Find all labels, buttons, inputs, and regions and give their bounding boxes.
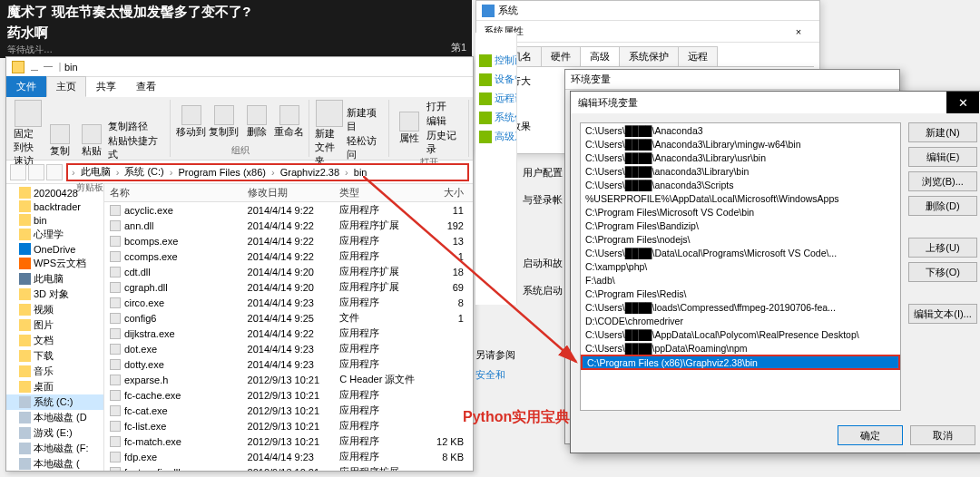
cp-sidebar-item[interactable]: 系统保 [475,108,516,127]
new-item-button[interactable]: 新建项目 [347,106,385,133]
copy-button[interactable]: 复制 [45,124,75,158]
history-button[interactable]: 历史记录 [426,129,465,156]
tab-home[interactable]: 主页 [46,76,86,97]
tab-share[interactable]: 共享 [86,76,126,97]
tree-item[interactable]: 本地磁盘 ( [6,456,103,471]
security-link[interactable]: 安全和 [475,365,515,385]
file-row[interactable]: dot.exe2014/4/14 9:23应用程序 [104,341,473,356]
move-to-button[interactable]: 移动到 [176,105,207,139]
delete-button[interactable]: 删除 [241,105,272,139]
path-entry[interactable]: C:\Program Files\Redis\ [581,287,900,300]
path-entry[interactable]: C:\Users\████\loads\Compressed\ffmpeg-20… [581,300,900,314]
copy-path-button[interactable]: 复制路径 [108,120,166,133]
path-entry[interactable]: C:\Users\████\Anaconda3 [581,123,900,137]
path-entry[interactable]: C:\Program Files\nodejs\ [581,232,900,246]
cp-sidebar-item[interactable]: 高级系 [475,127,516,146]
close-icon[interactable]: × [785,26,812,37]
file-row[interactable]: dotty.exe2014/4/14 9:23应用程序 [104,356,473,372]
path-entry[interactable]: C:\Program Files\Microsoft VS Code\bin [581,205,900,219]
file-row[interactable]: fc-match.exe2012/9/13 10:21应用程序12 KB [104,433,473,449]
path-entry[interactable]: D:\CODE\chromedriver [581,314,900,327]
file-row[interactable]: fc-cache.exe2012/9/13 10:21应用程序 [104,387,473,403]
list-header[interactable]: 名称 修改日期 类型 大小 [104,184,473,202]
edit-text-button[interactable]: 编辑文本(I)... [908,304,977,324]
edit-button[interactable]: 编辑 [426,114,465,128]
tree-item[interactable]: 图片 [6,317,103,333]
move-up-button[interactable]: 上移(U) [908,238,977,258]
file-row[interactable]: config62014/4/14 9:25文件1 [104,310,473,326]
nav-up-button[interactable] [46,164,63,180]
tab-sysprotect[interactable]: 系统保护 [619,46,679,66]
delete-button[interactable]: 删除(D) [908,196,977,216]
file-row[interactable]: dijkstra.exe2014/4/14 9:22应用程序 [104,326,473,341]
tree-item[interactable]: backtrader [6,200,103,213]
path-entry[interactable]: C:\Program Files (x86)\Graphviz2.38\bin [581,355,900,370]
tree-item[interactable]: 本地磁盘 (D [6,410,103,425]
tree-item[interactable]: 20200428 [6,186,103,200]
tree-item[interactable]: OneDrive [6,242,103,256]
browse-button[interactable]: 浏览(B)... [908,171,977,191]
tree-item[interactable]: 系统 (C:) [6,394,103,410]
cp-sidebar-item[interactable]: 设备管 [475,70,516,89]
close-button[interactable]: ✕ [946,92,979,113]
address-bar-highlighted[interactable]: › 此电脑› 系统 (C:)› Program Files (x86)› Gra… [66,163,469,181]
tree-item[interactable]: WPS云文档 [6,256,103,271]
tab-view[interactable]: 查看 [126,76,166,97]
path-entry[interactable]: C:\Program Files\Bandizip\ [581,219,900,232]
path-entry[interactable]: C:\Users\████\ppData\Roaming\npm [581,341,900,355]
tab-remote[interactable]: 远程 [678,46,718,66]
breadcrumb-seg[interactable]: 系统 (C:) [121,164,167,180]
path-entry[interactable]: F:\adb\ [581,273,900,287]
file-row[interactable]: fc-list.exe2012/9/13 10:21应用程序 [104,418,473,433]
path-entry[interactable]: C:\Users\████\Data\Local\Programs\Micros… [581,246,900,259]
new-folder-button[interactable]: 新建文件夹 [315,100,345,168]
breadcrumb-seg[interactable]: 此电脑 [77,164,114,180]
file-row[interactable]: acyclic.exe2014/4/14 9:22应用程序11 [104,202,473,218]
path-entry[interactable]: C:\Users\████\anaconda3\Scripts [581,178,900,191]
tree-item[interactable]: 文档 [6,333,103,348]
paste-shortcut-button[interactable]: 粘贴快捷方式 [108,134,166,161]
edit-env-titlebar[interactable]: 编辑环境变量 ✕ [571,92,980,113]
nav-fwd-button[interactable] [28,164,44,180]
path-entry[interactable]: %USERPROFILE%\AppData\Local\Microsoft\Wi… [581,191,900,205]
path-listbox[interactable]: C:\Users\████\Anaconda3C:\Users\████\Ana… [580,122,901,411]
file-row[interactable]: bcomps.exe2014/4/14 9:22应用程序13 [104,233,473,248]
path-entry[interactable]: C:\Users\████\anaconda3\Library\bin [581,164,900,178]
tree-item[interactable]: 3D 对象 [6,287,103,302]
tree-item[interactable]: 游戏 (E:) [6,425,103,441]
paste-button[interactable]: 粘贴 [76,124,106,158]
file-row[interactable]: cgraph.dll2014/4/14 9:20应用程序扩展69 [104,279,473,295]
path-entry[interactable]: C:\Users\████\Anaconda3\Library\usr\bin [581,151,900,164]
tree-item[interactable]: 视频 [6,302,103,317]
cp-sidebar-item[interactable]: 控制面 [475,51,516,70]
edit-button[interactable]: 编辑(E) [908,147,977,167]
nav-tree[interactable]: 20200428backtraderbin心理学OneDriveWPS云文档此电… [6,184,104,471]
open-button[interactable]: 打开 [426,100,465,113]
path-entry[interactable]: C:\Users\████\AppData\Local\Polycom\Real… [581,327,900,341]
tree-item[interactable]: 下载 [6,348,103,364]
tree-item[interactable]: 音乐 [6,364,103,379]
properties-button[interactable]: 属性 [395,112,425,145]
system-window-header[interactable]: 系统 [476,1,819,21]
file-row[interactable]: fc-cat.exe2012/9/13 10:21应用程序 [104,403,473,418]
tab-hardware[interactable]: 硬件 [541,46,581,66]
rename-button[interactable]: 重命名 [274,105,305,139]
tree-item[interactable]: 此电脑 [6,271,103,287]
tree-item[interactable]: 本地磁盘 (F: [6,441,103,456]
tree-item[interactable]: 心理学 [6,227,103,242]
cancel-button[interactable]: 取消 [910,425,975,445]
breadcrumb-seg[interactable]: bin [350,166,371,179]
file-row[interactable]: fontconfig.dll2012/9/13 10:21应用程序扩展 [104,464,473,471]
file-row[interactable]: cdt.dll2014/4/14 9:20应用程序扩展18 [104,264,473,279]
copy-to-button[interactable]: 复制到 [209,105,240,139]
ok-button[interactable]: 确定 [838,425,903,445]
tree-item[interactable]: bin [6,213,103,227]
cp-sidebar-item[interactable]: 远程设 [475,89,516,108]
file-row[interactable]: ccomps.exe2014/4/14 9:22应用程序1 [104,248,473,264]
nav-back-button[interactable] [10,164,26,180]
file-row[interactable]: fdp.exe2014/4/14 9:23应用程序8 KB [104,449,473,464]
sysprop-titlebar[interactable]: 系统属性× [476,21,819,43]
tree-item[interactable]: 桌面 [6,379,103,394]
file-row[interactable]: exparse.h2012/9/13 10:21C Header 源文件 [104,372,473,387]
path-entry[interactable]: C:\xampp\php\ [581,259,900,273]
